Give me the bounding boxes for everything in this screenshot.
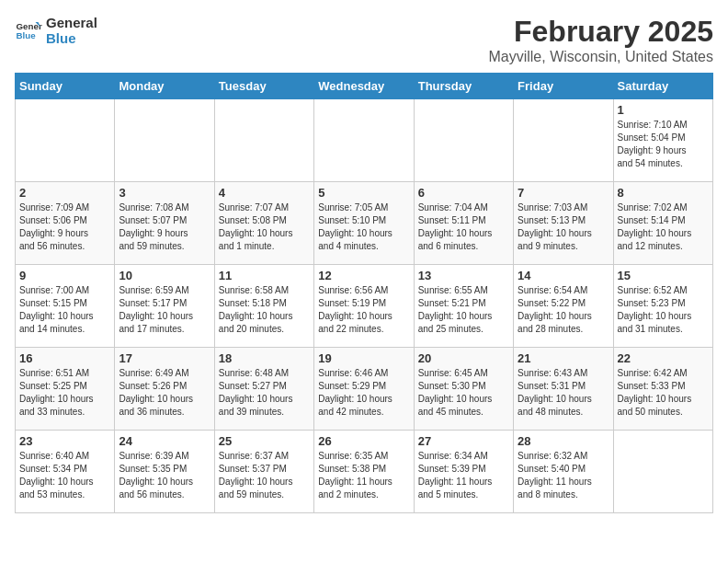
title-area: February 2025 Mayville, Wisconsin, Unite… [488,15,713,65]
calendar-cell [115,99,214,182]
day-info: Sunrise: 6:54 AM Sunset: 5:22 PM Dayligh… [518,284,609,336]
day-number: 25 [219,434,310,448]
logo-general: General [46,15,97,30]
day-number: 28 [518,434,609,448]
header-day-friday: Friday [514,74,613,99]
day-number: 16 [19,351,110,365]
day-number: 4 [219,186,310,200]
day-info: Sunrise: 6:39 AM Sunset: 5:35 PM Dayligh… [119,450,210,501]
day-number: 15 [618,269,709,282]
day-info: Sunrise: 6:43 AM Sunset: 5:31 PM Dayligh… [518,367,609,419]
calendar-cell: 5Sunrise: 7:05 AM Sunset: 5:10 PM Daylig… [314,182,414,265]
calendar-cell: 3Sunrise: 7:08 AM Sunset: 5:07 PM Daylig… [115,182,214,265]
svg-text:General: General [17,21,43,31]
calendar-cell: 10Sunrise: 6:59 AM Sunset: 5:17 PM Dayli… [115,265,214,348]
week-row-4: 16Sunrise: 6:51 AM Sunset: 5:25 PM Dayli… [16,348,713,431]
day-info: Sunrise: 7:05 AM Sunset: 5:10 PM Dayligh… [318,201,409,253]
calendar-cell: 14Sunrise: 6:54 AM Sunset: 5:22 PM Dayli… [514,265,613,348]
calendar-cell: 17Sunrise: 6:49 AM Sunset: 5:26 PM Dayli… [115,348,214,431]
day-number: 17 [119,351,210,365]
calendar-cell: 1Sunrise: 7:10 AM Sunset: 5:04 PM Daylig… [613,99,712,182]
calendar-cell: 9Sunrise: 7:00 AM Sunset: 5:15 PM Daylig… [16,265,115,348]
day-info: Sunrise: 7:00 AM Sunset: 5:15 PM Dayligh… [19,284,110,336]
calendar-cell: 13Sunrise: 6:55 AM Sunset: 5:21 PM Dayli… [414,265,513,348]
week-row-3: 9Sunrise: 7:00 AM Sunset: 5:15 PM Daylig… [16,265,713,348]
calendar-cell: 6Sunrise: 7:04 AM Sunset: 5:11 PM Daylig… [414,182,513,265]
calendar-subtitle: Mayville, Wisconsin, United States [488,49,713,65]
day-info: Sunrise: 6:56 AM Sunset: 5:19 PM Dayligh… [318,284,409,336]
day-number: 22 [618,351,709,365]
calendar-cell: 7Sunrise: 7:03 AM Sunset: 5:13 PM Daylig… [514,182,613,265]
calendar-title: February 2025 [488,15,713,49]
calendar-cell: 8Sunrise: 7:02 AM Sunset: 5:14 PM Daylig… [613,182,712,265]
day-number: 10 [119,269,210,282]
header: General Blue General Blue February 2025 … [15,15,713,65]
calendar-cell [414,99,513,182]
day-info: Sunrise: 6:58 AM Sunset: 5:18 PM Dayligh… [219,284,310,336]
day-info: Sunrise: 7:03 AM Sunset: 5:13 PM Dayligh… [518,201,609,253]
day-number: 12 [318,269,409,282]
calendar-body: 1Sunrise: 7:10 AM Sunset: 5:04 PM Daylig… [16,99,713,513]
calendar-cell [214,99,313,182]
day-number: 23 [19,434,110,448]
calendar-cell: 15Sunrise: 6:52 AM Sunset: 5:23 PM Dayli… [613,265,712,348]
day-number: 5 [318,186,409,200]
calendar-cell: 4Sunrise: 7:07 AM Sunset: 5:08 PM Daylig… [214,182,313,265]
calendar-cell: 23Sunrise: 6:40 AM Sunset: 5:34 PM Dayli… [16,431,115,513]
day-info: Sunrise: 7:09 AM Sunset: 5:06 PM Dayligh… [19,201,110,253]
day-number: 14 [518,269,609,282]
calendar-cell: 22Sunrise: 6:42 AM Sunset: 5:33 PM Dayli… [613,348,712,431]
header-day-sunday: Sunday [16,74,115,99]
day-number: 18 [219,351,310,365]
day-info: Sunrise: 7:02 AM Sunset: 5:14 PM Dayligh… [618,201,709,253]
week-row-2: 2Sunrise: 7:09 AM Sunset: 5:06 PM Daylig… [16,182,713,265]
day-number: 1 [618,103,709,117]
calendar-header: SundayMondayTuesdayWednesdayThursdayFrid… [16,74,713,99]
calendar-cell: 25Sunrise: 6:37 AM Sunset: 5:37 PM Dayli… [214,431,313,513]
week-row-1: 1Sunrise: 7:10 AM Sunset: 5:04 PM Daylig… [16,99,713,182]
day-info: Sunrise: 6:51 AM Sunset: 5:25 PM Dayligh… [19,367,110,419]
day-info: Sunrise: 6:45 AM Sunset: 5:30 PM Dayligh… [418,367,509,419]
calendar-cell: 2Sunrise: 7:09 AM Sunset: 5:06 PM Daylig… [16,182,115,265]
week-row-5: 23Sunrise: 6:40 AM Sunset: 5:34 PM Dayli… [16,431,713,513]
day-info: Sunrise: 6:42 AM Sunset: 5:33 PM Dayligh… [618,367,709,419]
header-row: SundayMondayTuesdayWednesdayThursdayFrid… [16,74,713,99]
calendar-cell: 21Sunrise: 6:43 AM Sunset: 5:31 PM Dayli… [514,348,613,431]
day-number: 24 [119,434,210,448]
day-number: 7 [518,186,609,200]
day-number: 3 [119,186,210,200]
svg-text:Blue: Blue [17,30,37,40]
day-info: Sunrise: 6:55 AM Sunset: 5:21 PM Dayligh… [418,284,509,336]
day-number: 13 [418,269,509,282]
day-number: 20 [418,351,509,365]
calendar-cell: 26Sunrise: 6:35 AM Sunset: 5:38 PM Dayli… [314,431,414,513]
calendar-cell: 11Sunrise: 6:58 AM Sunset: 5:18 PM Dayli… [214,265,313,348]
day-info: Sunrise: 6:32 AM Sunset: 5:40 PM Dayligh… [518,450,609,501]
day-info: Sunrise: 7:08 AM Sunset: 5:07 PM Dayligh… [119,201,210,253]
calendar-cell [16,99,115,182]
calendar-cell: 27Sunrise: 6:34 AM Sunset: 5:39 PM Dayli… [414,431,513,513]
calendar-cell: 16Sunrise: 6:51 AM Sunset: 5:25 PM Dayli… [16,348,115,431]
calendar-cell: 12Sunrise: 6:56 AM Sunset: 5:19 PM Dayli… [314,265,414,348]
calendar-cell [514,99,613,182]
day-info: Sunrise: 7:07 AM Sunset: 5:08 PM Dayligh… [219,201,310,253]
day-number: 8 [618,186,709,200]
calendar-table: SundayMondayTuesdayWednesdayThursdayFrid… [15,73,713,513]
calendar-cell: 18Sunrise: 6:48 AM Sunset: 5:27 PM Dayli… [214,348,313,431]
day-number: 27 [418,434,509,448]
day-info: Sunrise: 6:46 AM Sunset: 5:29 PM Dayligh… [318,367,409,419]
day-info: Sunrise: 6:40 AM Sunset: 5:34 PM Dayligh… [19,450,110,501]
logo-icon: General Blue [15,17,42,44]
calendar-cell: 28Sunrise: 6:32 AM Sunset: 5:40 PM Dayli… [514,431,613,513]
header-day-tuesday: Tuesday [214,74,313,99]
day-number: 6 [418,186,509,200]
day-number: 19 [318,351,409,365]
day-info: Sunrise: 6:52 AM Sunset: 5:23 PM Dayligh… [618,284,709,336]
day-info: Sunrise: 7:04 AM Sunset: 5:11 PM Dayligh… [418,201,509,253]
calendar-cell: 24Sunrise: 6:39 AM Sunset: 5:35 PM Dayli… [115,431,214,513]
day-info: Sunrise: 6:34 AM Sunset: 5:39 PM Dayligh… [418,450,509,501]
calendar-cell [613,431,712,513]
calendar-cell: 19Sunrise: 6:46 AM Sunset: 5:29 PM Dayli… [314,348,414,431]
day-info: Sunrise: 6:59 AM Sunset: 5:17 PM Dayligh… [119,284,210,336]
day-info: Sunrise: 6:35 AM Sunset: 5:38 PM Dayligh… [318,450,409,501]
